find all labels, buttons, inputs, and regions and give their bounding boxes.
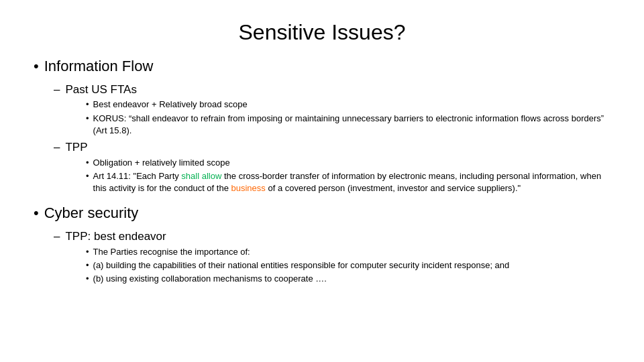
- main-bullet-label-info: Information Flow: [44, 57, 154, 76]
- highlight-business: business: [231, 183, 266, 193]
- dash-marker-best: –: [54, 229, 60, 245]
- sub-dot-7: •: [86, 273, 89, 285]
- subsection-past-us-ftas: – Past US FTAs • Best endeavor + Relativ…: [54, 82, 610, 198]
- highlight-shall-allow: shall allow: [181, 171, 221, 181]
- sub-bullet-obligation: • Obligation + relatively limited scope: [86, 157, 610, 169]
- dash-bullet-tpp: – TPP: [54, 139, 610, 156]
- content-area: • Information Flow – Past US FTAs • Best…: [34, 57, 610, 342]
- main-bullet-info-flow: • Information Flow: [34, 57, 610, 76]
- sub-bullet-building: • (a) building the capabilities of their…: [86, 259, 610, 272]
- sub-bullets-past-us-ftas: • Best endeavor + Relatively broad scope…: [86, 99, 610, 137]
- slide-title: Sensitive Issues?: [34, 20, 610, 45]
- dash-label-tpp: TPP: [65, 139, 87, 156]
- main-bullet-dot-cyber: •: [34, 204, 39, 223]
- sub-dot-2: •: [86, 113, 89, 125]
- sub-bullets-tpp: • Obligation + relatively limited scope …: [86, 157, 610, 195]
- sub-text-parties: The Parties recognise the importance of:: [93, 246, 250, 258]
- dash-bullet-tpp-best: – TPP: best endeavor: [54, 229, 610, 245]
- main-bullet-label-cyber: Cyber security: [44, 204, 139, 223]
- dash-label-tpp-best: TPP: best endeavor: [65, 229, 166, 245]
- subsection-cyber: – TPP: best endeavor • The Parties recog…: [54, 229, 610, 288]
- sub-dot-1: •: [86, 99, 89, 111]
- sub-text-best-endeavor: Best endeavor + Relatively broad scope: [93, 99, 248, 111]
- sub-text-building: (a) building the capabilities of their n…: [93, 259, 510, 272]
- sub-dot-3: •: [86, 157, 89, 169]
- main-bullet-dot-info: •: [34, 57, 39, 76]
- sub-bullet-best-endeavor: • Best endeavor + Relatively broad scope: [86, 99, 610, 111]
- slide: Sensitive Issues? • Information Flow – P…: [0, 0, 644, 362]
- sub-bullet-art14: • Art 14.11: "Each Party shall allow the…: [86, 170, 610, 194]
- sub-bullet-using: • (b) using existing collaboration mecha…: [86, 273, 610, 285]
- sub-bullet-korus: • KORUS: “shall endeavor to refrain from…: [86, 113, 610, 137]
- sub-text-korus: KORUS: “shall endeavor to refrain from i…: [93, 113, 610, 137]
- dash-label-past: Past US FTAs: [65, 82, 136, 98]
- main-bullet-cyber: • Cyber security: [34, 204, 610, 223]
- dash-marker-past: –: [54, 82, 60, 98]
- sub-text-obligation: Obligation + relatively limited scope: [93, 157, 230, 169]
- sub-dot-5: •: [86, 246, 89, 258]
- dash-marker-tpp: –: [54, 139, 60, 156]
- sub-bullet-parties: • The Parties recognise the importance o…: [86, 246, 610, 258]
- sub-dot-6: •: [86, 259, 89, 272]
- sub-dot-4: •: [86, 170, 89, 182]
- dash-bullet-past-us-ftas: – Past US FTAs: [54, 82, 610, 98]
- sub-text-using: (b) using existing collaboration mechani…: [93, 273, 327, 285]
- sub-bullets-cyber: • The Parties recognise the importance o…: [86, 246, 610, 286]
- sub-text-art14: Art 14.11: "Each Party shall allow the c…: [93, 170, 610, 194]
